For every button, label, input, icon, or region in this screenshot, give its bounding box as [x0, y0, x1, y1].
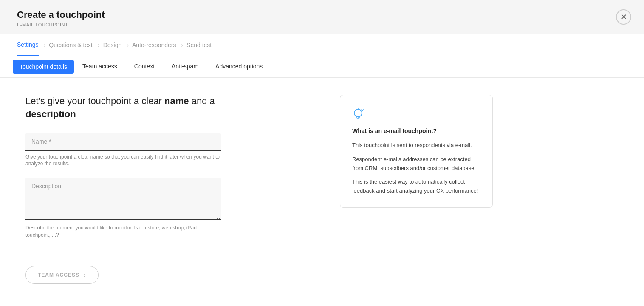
info-card-para-1: This touchpoint is sent to respondents v… [352, 141, 480, 150]
close-icon: ✕ [621, 12, 627, 22]
nav-label-sendtest: Send test [186, 42, 212, 48]
description-field-hint: Describe the moment you would like to mo… [25, 224, 221, 239]
sub-tab-label-advanced: Advanced options [215, 63, 263, 70]
info-card-para-2: Respondent e-mails addresses can be extr… [352, 155, 480, 173]
top-nav: Settings › Questions & text › Design › A… [0, 34, 644, 56]
nav-sep-3: › [127, 42, 129, 48]
close-button[interactable]: ✕ [616, 9, 631, 25]
sub-tab-context[interactable]: Context [126, 56, 163, 77]
nav-sep-2: › [98, 42, 100, 48]
nav-label-settings: Settings [17, 41, 39, 48]
svg-point-6 [363, 109, 364, 110]
name-form-group: Give your touchpoint a clear name so tha… [25, 133, 323, 168]
info-card: What is an e-mail touchpoint? This touch… [340, 95, 493, 208]
description-form-group: Describe the moment you would like to mo… [25, 178, 323, 239]
chevron-right-icon: › [84, 272, 86, 278]
nav-label-autoresponders: Auto-responders [132, 42, 176, 48]
nav-item-design[interactable]: Design [103, 35, 122, 55]
heading-text-2: and a [189, 96, 215, 106]
info-card-para-3: This is the easiest way to automatically… [352, 178, 480, 196]
nav-item-questions[interactable]: Questions & text [49, 35, 93, 55]
modal-title: Create a touchpoint [17, 9, 627, 20]
heading-text-1: Let's give your touchpoint a clear [25, 96, 164, 106]
sub-tab-label-context: Context [134, 63, 155, 70]
info-card-title: What is an e-mail touchpoint? [352, 128, 480, 134]
nav-item-autoresponders[interactable]: Auto-responders [132, 35, 176, 55]
svg-point-7 [361, 109, 362, 110]
name-input[interactable] [25, 133, 221, 151]
form-heading: Let's give your touchpoint a clear name … [25, 95, 323, 121]
nav-item-settings[interactable]: Settings [17, 34, 39, 56]
description-textarea[interactable] [25, 178, 221, 220]
nav-sep-1: › [44, 42, 46, 48]
sub-tab-antispam[interactable]: Anti-spam [163, 56, 207, 77]
sub-tab-touchpoint-details[interactable]: Touchpoint details [13, 60, 74, 74]
footer-area: TEAM ACCESS › [0, 266, 644, 301]
main-grid: Let's give your touchpoint a clear name … [0, 78, 510, 266]
modal-subtitle: E-MAIL TOUCHPOINT [17, 22, 627, 27]
team-access-label: TEAM ACCESS [38, 272, 79, 278]
sub-tabs: Touchpoint details Team access Context A… [0, 56, 644, 78]
nav-sep-4: › [181, 42, 183, 48]
sub-tab-label-details: Touchpoint details [20, 63, 67, 70]
nav-label-questions: Questions & text [49, 42, 93, 48]
sub-tab-team-access[interactable]: Team access [74, 56, 126, 77]
heading-bold-desc: description [25, 109, 76, 119]
nav-label-design: Design [103, 42, 122, 48]
nav-item-sendtest[interactable]: Send test [186, 35, 212, 55]
team-access-button[interactable]: TEAM ACCESS › [25, 266, 99, 284]
sub-tab-label-antispam: Anti-spam [172, 63, 198, 70]
sub-tab-advanced[interactable]: Advanced options [207, 56, 271, 77]
modal-overlay: Create a touchpoint E-MAIL TOUCHPOINT ✕ … [0, 0, 644, 306]
svg-point-0 [354, 109, 362, 117]
content-area: Touchpoint details Team access Context A… [0, 56, 644, 306]
form-section: Let's give your touchpoint a clear name … [25, 95, 323, 249]
modal-header: Create a touchpoint E-MAIL TOUCHPOINT ✕ [0, 0, 644, 34]
heading-bold-name: name [164, 96, 189, 106]
sub-tab-label-team: Team access [82, 63, 117, 70]
lightbulb-icon [352, 107, 480, 121]
name-field-hint: Give your touchpoint a clear name so tha… [25, 153, 221, 168]
